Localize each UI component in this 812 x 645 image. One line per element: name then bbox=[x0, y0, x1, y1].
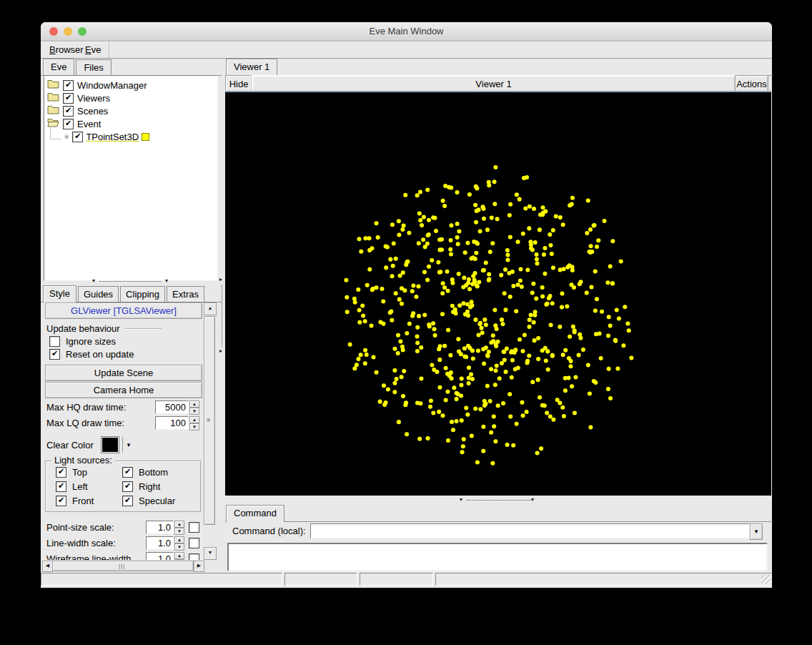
gl-viewport[interactable] bbox=[225, 91, 771, 496]
light-bottom-checkbox[interactable]: ✔ bbox=[122, 467, 133, 478]
style-scrollbar[interactable]: ▲ ≡ ▼ bbox=[204, 302, 215, 558]
hscrollbar-thumb[interactable]: ||| bbox=[52, 561, 194, 571]
tree-item-label[interactable]: Scenes bbox=[77, 106, 108, 117]
tab-extras[interactable]: Extras bbox=[167, 286, 204, 302]
tree-item-scenes[interactable]: ✔ Scenes bbox=[44, 104, 217, 117]
marker-color-swatch[interactable] bbox=[142, 133, 149, 141]
splitter-arrow-icon[interactable]: ▾ bbox=[165, 278, 168, 284]
tab-guides[interactable]: Guides bbox=[78, 286, 119, 302]
spin-up-icon[interactable]: ▲ bbox=[189, 400, 199, 408]
light-top-option[interactable]: ✔ Top bbox=[56, 467, 87, 478]
reset-on-update-option[interactable]: ✔ Reset on update bbox=[49, 349, 134, 360]
spin-down-icon[interactable]: ▼ bbox=[189, 408, 199, 415]
actions-button[interactable]: Actions bbox=[735, 75, 768, 92]
light-bottom-option[interactable]: ✔ Bottom bbox=[122, 467, 168, 478]
point-size-scale-field[interactable]: 1.0 bbox=[146, 521, 174, 534]
point-size-scale-checkbox[interactable] bbox=[189, 522, 199, 533]
light-front-option[interactable]: ✔ Front bbox=[56, 496, 94, 506]
tab-eve[interactable]: Eve bbox=[43, 59, 74, 76]
command-output[interactable] bbox=[227, 543, 768, 571]
scrollbar-thumb[interactable]: ≡ bbox=[204, 316, 215, 525]
spin-up-icon[interactable]: ▲ bbox=[189, 416, 199, 423]
line-width-scale-field[interactable]: 1.0 bbox=[146, 536, 174, 550]
max-lq-draw-time-field[interactable]: 100 bbox=[155, 416, 189, 430]
tree-item-tpointset3d[interactable]: ✳ ✔ TPointSet3D bbox=[44, 130, 217, 143]
tree-item-label[interactable]: Event bbox=[77, 119, 101, 129]
splitter-arrow-icon[interactable]: ▾ bbox=[460, 497, 462, 503]
tree-checkbox[interactable]: ✔ bbox=[72, 132, 83, 142]
splitter-arrow-icon[interactable]: ▾ bbox=[92, 278, 95, 284]
light-front-label: Front bbox=[72, 496, 94, 506]
wireframe-line-width-field[interactable]: 1.0 bbox=[146, 552, 174, 560]
spin-up-icon[interactable]: ▲ bbox=[174, 521, 184, 528]
scroll-up-icon[interactable]: ▲ bbox=[204, 302, 217, 315]
hide-button-label: Hide bbox=[229, 79, 249, 89]
reset-on-update-checkbox[interactable]: ✔ bbox=[49, 349, 60, 360]
glviewer-button[interactable]: GLViewer [TGLSAViewer] bbox=[45, 302, 202, 319]
spin-up-icon[interactable]: ▲ bbox=[174, 536, 184, 543]
spin-up-icon[interactable]: ▲ bbox=[174, 552, 184, 559]
command-input[interactable] bbox=[310, 523, 750, 538]
menu-browser-mnemonic: B bbox=[49, 44, 56, 55]
light-specular-option[interactable]: ✔ Specular bbox=[122, 496, 175, 506]
viewer-command-splitter[interactable]: ▾ ▾ bbox=[225, 496, 772, 504]
update-scene-label: Update Scene bbox=[94, 368, 153, 378]
tree-item-label[interactable]: Viewers bbox=[77, 93, 110, 104]
splitter-arrow-icon[interactable]: ▸ bbox=[219, 277, 222, 282]
viewer-title-bar[interactable]: Viewer 1 bbox=[252, 75, 736, 92]
tree-item-windowmanager[interactable]: ✔ WindowManager bbox=[44, 79, 217, 92]
command-combobox[interactable]: ▼ bbox=[310, 523, 763, 538]
hide-button[interactable]: Hide bbox=[225, 75, 252, 92]
panel-splitter[interactable]: ▸ ▸ bbox=[219, 58, 225, 571]
tree-item-event[interactable]: ✔ Event bbox=[44, 117, 217, 130]
menu-eve[interactable]: Eve bbox=[81, 44, 105, 56]
light-front-checkbox[interactable]: ✔ bbox=[56, 496, 66, 506]
tree-item-viewers[interactable]: ✔ Viewers bbox=[44, 92, 217, 104]
tree-item-label[interactable]: TPointSet3D bbox=[86, 132, 139, 142]
light-right-option[interactable]: ✔ Right bbox=[122, 481, 160, 492]
light-left-option[interactable]: ✔ Left bbox=[56, 481, 88, 492]
wireframe-line-width-checkbox[interactable] bbox=[189, 553, 199, 560]
tree-item-label[interactable]: WindowManager bbox=[77, 80, 147, 91]
style-hscrollbar[interactable]: ◀ ||| ▶ bbox=[42, 561, 204, 571]
tab-style[interactable]: Style bbox=[43, 285, 76, 302]
tree-style-splitter[interactable]: ▾ ▾ bbox=[44, 277, 217, 285]
desktop: { "window": { "title": "Eve Main Window"… bbox=[0, 0, 812, 645]
spin-down-icon[interactable]: ▼ bbox=[189, 423, 199, 430]
ignore-sizes-checkbox[interactable] bbox=[49, 336, 60, 347]
tree-checkbox[interactable]: ✔ bbox=[63, 93, 74, 104]
combo-dropdown-icon[interactable]: ▼ bbox=[750, 523, 763, 540]
splitter-arrow-icon[interactable]: ▸ bbox=[219, 348, 222, 354]
spin-down-icon[interactable]: ▼ bbox=[174, 559, 184, 560]
light-left-checkbox[interactable]: ✔ bbox=[56, 481, 66, 492]
tab-command[interactable]: Command bbox=[226, 505, 284, 522]
line-width-scale-checkbox[interactable] bbox=[189, 538, 199, 548]
thumb-grip-icon: ||| bbox=[119, 563, 125, 569]
camera-home-button[interactable]: Camera Home bbox=[45, 382, 202, 398]
tree-checkbox[interactable]: ✔ bbox=[63, 106, 74, 117]
max-hq-draw-time-field[interactable]: 5000 bbox=[155, 400, 189, 414]
spin-down-icon[interactable]: ▼ bbox=[174, 528, 184, 535]
tab-files[interactable]: Files bbox=[76, 59, 111, 75]
tree-checkbox[interactable]: ✔ bbox=[63, 80, 74, 91]
clear-color-label: Clear Color bbox=[46, 440, 94, 450]
clear-color-swatch[interactable] bbox=[101, 436, 119, 453]
splitter-arrow-icon[interactable]: ▾ bbox=[531, 497, 534, 503]
light-right-checkbox[interactable]: ✔ bbox=[122, 481, 133, 492]
tree-checkbox[interactable]: ✔ bbox=[63, 119, 74, 129]
clear-color-dropdown-icon[interactable]: ▾ bbox=[127, 441, 131, 448]
menu-eve-mnemonic: E bbox=[85, 44, 91, 55]
scroll-down-icon[interactable]: ▼ bbox=[204, 547, 217, 560]
resize-grip[interactable] bbox=[761, 575, 771, 584]
title-bar[interactable]: Eve Main Window bbox=[41, 22, 772, 41]
scroll-right-icon[interactable]: ▶ bbox=[194, 561, 204, 572]
spin-down-icon[interactable]: ▼ bbox=[174, 543, 184, 551]
tab-viewer-1[interactable]: Viewer 1 bbox=[226, 59, 277, 76]
actions-button-label: Actions bbox=[736, 79, 767, 89]
ignore-sizes-option[interactable]: Ignore sizes bbox=[49, 336, 116, 347]
scroll-left-icon[interactable]: ◀ bbox=[42, 561, 53, 572]
light-top-checkbox[interactable]: ✔ bbox=[56, 467, 66, 478]
light-specular-checkbox[interactable]: ✔ bbox=[122, 496, 133, 506]
update-scene-button[interactable]: Update Scene bbox=[45, 365, 202, 381]
tab-clipping[interactable]: Clipping bbox=[120, 286, 165, 302]
